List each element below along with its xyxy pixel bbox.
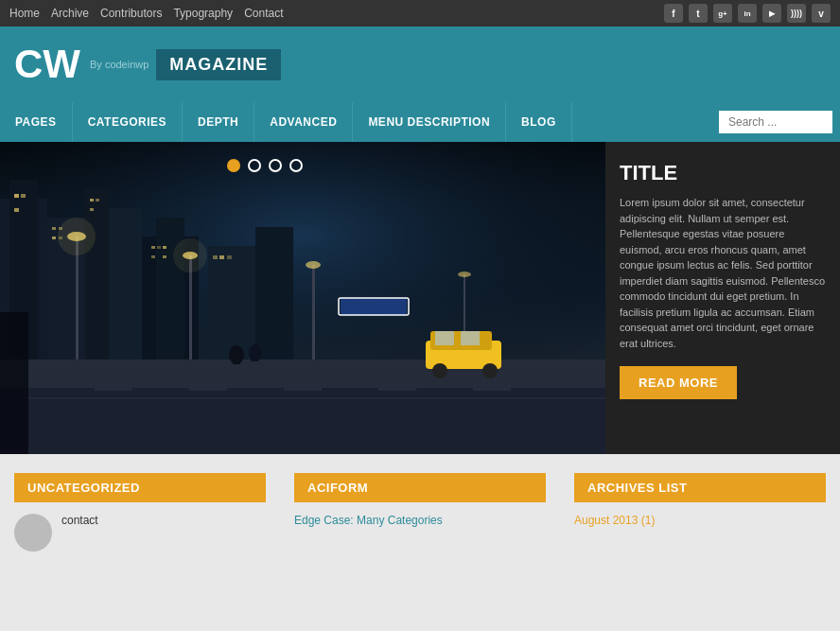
section-link[interactable]: Edge Case: Many Categories xyxy=(294,514,443,527)
nav-typography[interactable]: Typography xyxy=(173,7,233,20)
nav-advanced[interactable]: ADVANCED xyxy=(254,102,353,142)
archive-link[interactable]: August 2013 (1) xyxy=(574,514,655,527)
hero-image xyxy=(0,142,605,454)
nav-archive[interactable]: Archive xyxy=(51,7,89,20)
slide-dot-4[interactable] xyxy=(289,159,303,172)
logo-letters: CW xyxy=(14,44,80,84)
read-more-button[interactable]: READ MORE xyxy=(620,366,737,399)
site-header: CW By codeinwp MAGAZINE xyxy=(0,26,840,102)
archives-header: ARCHIVES LIST xyxy=(574,473,826,502)
top-navigation: Home Archive Contributors Typography Con… xyxy=(9,7,283,20)
list-item: contact xyxy=(14,514,266,552)
nav-blog[interactable]: BLOG xyxy=(506,102,572,142)
hero-section: TITLE Lorem ipsum dolor sit amet, consec… xyxy=(0,142,840,454)
vimeo-icon[interactable]: v xyxy=(812,4,831,23)
list-item: Edge Case: Many Categories xyxy=(294,514,546,527)
avatar xyxy=(14,514,52,552)
nav-menu-description[interactable]: MENU DESCRIPTION xyxy=(353,102,506,142)
facebook-icon[interactable]: f xyxy=(664,4,683,23)
nav-depth[interactable]: DEPTH xyxy=(183,102,254,142)
nav-items-list: PAGES CATEGORIES DEPTH ADVANCED MENU DES… xyxy=(0,102,711,142)
aciform-header: ACIFORM xyxy=(294,473,546,502)
section-item-text: contact xyxy=(61,514,98,527)
hero-title: TITLE xyxy=(620,161,826,185)
googleplus-icon[interactable]: g+ xyxy=(713,4,732,23)
twitter-icon[interactable]: t xyxy=(689,4,708,23)
linkedin-icon[interactable]: in xyxy=(738,4,757,23)
hero-body-text: Lorem ipsum dolor sit amet, consectetur … xyxy=(620,195,826,351)
rss-icon[interactable]: )))) xyxy=(787,4,806,23)
sections-row: UNCATEGORIZED contact ACIFORM Edge Case:… xyxy=(0,454,840,570)
logo-magazine: MAGAZINE xyxy=(156,49,281,80)
nav-categories[interactable]: CATEGORIES xyxy=(73,102,183,142)
archives-list: August 2013 (1) xyxy=(574,514,826,527)
youtube-icon[interactable]: ▶ xyxy=(762,4,781,23)
slide-dot-3[interactable] xyxy=(269,159,282,172)
slide-dots xyxy=(227,159,303,172)
top-bar: Home Archive Contributors Typography Con… xyxy=(0,0,840,26)
main-navigation: PAGES CATEGORIES DEPTH ADVANCED MENU DES… xyxy=(0,102,840,142)
nav-home[interactable]: Home xyxy=(9,7,40,20)
nav-contributors[interactable]: Contributors xyxy=(100,7,162,20)
slide-dot-2[interactable] xyxy=(248,159,261,172)
logo-text-block: By codeinwp xyxy=(90,59,149,70)
nav-pages[interactable]: PAGES xyxy=(0,102,73,142)
nav-contact[interactable]: Contact xyxy=(244,7,283,20)
uncategorized-section: UNCATEGORIZED contact xyxy=(0,473,280,561)
uncategorized-header: UNCATEGORIZED xyxy=(14,473,266,502)
logo-by: By codeinwp xyxy=(90,59,149,70)
hero-content-panel: TITLE Lorem ipsum dolor sit amet, consec… xyxy=(605,142,840,454)
aciform-section: ACIFORM Edge Case: Many Categories xyxy=(280,473,560,561)
slide-dot-1[interactable] xyxy=(227,159,240,172)
social-icons-bar: f t g+ in ▶ )))) v xyxy=(664,4,831,23)
search-input[interactable] xyxy=(719,111,832,133)
archives-section: ARCHIVES LIST August 2013 (1) xyxy=(560,473,840,561)
search-box xyxy=(711,102,840,142)
city-background xyxy=(0,142,605,454)
